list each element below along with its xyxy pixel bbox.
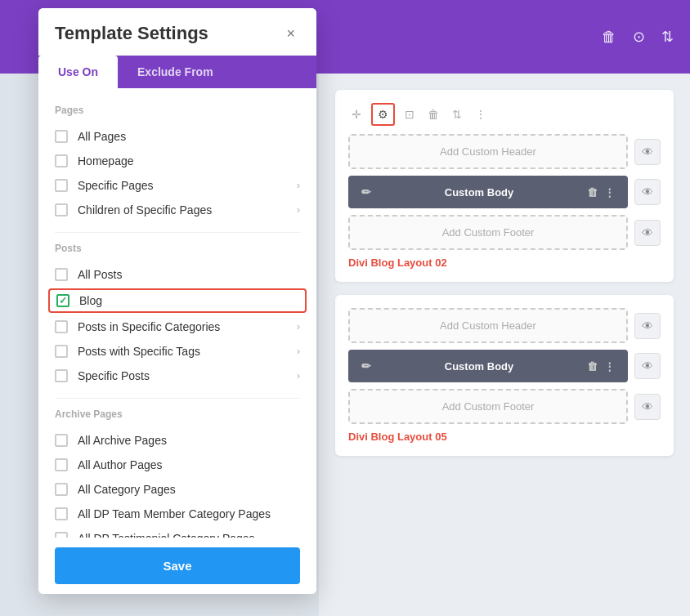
card-2-add-footer[interactable]: Add Custom Footer	[348, 389, 628, 424]
all-dp-team-checkbox[interactable]	[55, 507, 68, 520]
modal-content: Pages All Pages Homepage Specific Pages …	[38, 88, 316, 538]
history-icon[interactable]: ⊙	[633, 28, 645, 46]
card-2-body-row: ✏ Custom Body 🗑 ⋮ 👁	[348, 350, 661, 382]
checkbox-homepage[interactable]: Homepage	[55, 149, 300, 173]
card-gear-icon[interactable]: ⚙	[371, 103, 395, 126]
all-archive-label: All Archive Pages	[78, 434, 167, 447]
right-toolbar: 🗑 ⊙ ⇅	[319, 0, 690, 74]
save-button[interactable]: Save	[55, 547, 300, 584]
all-posts-label: All Posts	[78, 268, 122, 281]
divider-1	[55, 232, 300, 233]
checkbox-specific-posts[interactable]: Specific Posts ›	[55, 364, 300, 388]
blog-checkbox[interactable]: ✓	[56, 294, 69, 307]
homepage-label: Homepage	[78, 154, 134, 167]
card-2-body-area: ✏ Custom Body 🗑 ⋮	[348, 350, 628, 382]
all-archive-checkbox[interactable]	[55, 434, 68, 447]
template-card-2: Add Custom Header 👁 ✏ Custom Body 🗑 ⋮ 👁 …	[335, 295, 674, 456]
posts-with-tags-checkbox[interactable]	[55, 345, 68, 358]
card-2-body-label: Custom Body	[445, 360, 514, 373]
all-dp-testimonial-label: All DP Testimonial Category Pages	[78, 532, 255, 538]
all-author-label: All Author Pages	[78, 458, 163, 471]
specific-pages-label: Specific Pages	[78, 179, 154, 192]
checkbox-children-specific[interactable]: Children of Specific Pages ›	[55, 198, 300, 222]
all-author-checkbox[interactable]	[55, 458, 68, 471]
card-2-body-eye[interactable]: 👁	[634, 353, 661, 379]
checkbox-posts-with-tags[interactable]: Posts with Specific Tags ›	[55, 339, 300, 364]
card-2-add-header[interactable]: Add Custom Header	[348, 308, 628, 343]
card-2-title[interactable]: Divi Blog Layout 05	[348, 431, 661, 443]
checkbox-all-archive[interactable]: All Archive Pages	[55, 428, 300, 453]
all-category-checkbox[interactable]	[55, 483, 68, 496]
card-1-header-row: Add Custom Header 👁	[348, 134, 661, 169]
card-1-body-eye[interactable]: 👁	[634, 179, 661, 205]
template-card-1: ✛ ⚙ ⊡ 🗑 ⇅ ⋮ Add Custom Header 👁 ✏ Custom…	[335, 90, 674, 282]
delete-icon[interactable]: 🗑	[602, 29, 616, 46]
card-1-title[interactable]: Divi Blog Layout 02	[348, 257, 661, 269]
children-specific-label: Children of Specific Pages	[78, 203, 212, 216]
tab-exclude-from[interactable]: Exclude From	[118, 56, 233, 88]
card-1-header-eye[interactable]: 👁	[634, 139, 661, 165]
children-specific-checkbox[interactable]	[55, 203, 68, 216]
all-category-label: All Category Pages	[78, 483, 176, 496]
card-1-body-label: Custom Body	[445, 186, 514, 199]
right-content: ✛ ⚙ ⊡ 🗑 ⇅ ⋮ Add Custom Header 👁 ✏ Custom…	[319, 74, 690, 616]
posts-categories-chevron: ›	[297, 321, 300, 333]
specific-posts-chevron: ›	[297, 370, 300, 382]
card-1-body-row: ✏ Custom Body 🗑 ⋮ 👁	[348, 176, 661, 208]
blog-label: Blog	[79, 294, 102, 307]
homepage-checkbox[interactable]	[55, 154, 68, 167]
tab-use-on[interactable]: Use On	[38, 56, 118, 88]
posts-in-categories-checkbox[interactable]	[55, 320, 68, 333]
card-2-body-icons: 🗑 ⋮	[587, 360, 615, 373]
card-1-add-footer[interactable]: Add Custom Footer	[348, 215, 628, 250]
card-2-body-delete[interactable]: 🗑	[587, 360, 598, 373]
specific-pages-checkbox[interactable]	[55, 179, 68, 192]
pages-section-label: Pages	[55, 105, 300, 116]
card-move-icon[interactable]: ✛	[348, 106, 365, 123]
card-sort-icon[interactable]: ⇅	[449, 106, 465, 123]
card-duplicate-icon[interactable]: ⊡	[401, 106, 418, 123]
modal-footer: Save	[38, 538, 316, 594]
all-dp-team-label: All DP Team Member Category Pages	[78, 507, 271, 520]
posts-section-label: Posts	[55, 243, 300, 254]
divider-2	[55, 398, 300, 399]
settings-icon[interactable]: ⇅	[661, 28, 674, 46]
specific-posts-checkbox[interactable]	[55, 369, 68, 382]
card-1-body-area: ✏ Custom Body 🗑 ⋮	[348, 176, 628, 208]
blog-check-mark: ✓	[59, 295, 67, 306]
checkbox-all-dp-testimonial[interactable]: All DP Testimonial Category Pages	[55, 526, 300, 538]
card-2-body-more[interactable]: ⋮	[604, 360, 615, 373]
checkbox-blog[interactable]: ✓ Blog	[48, 288, 307, 313]
card-2-header-row: Add Custom Header 👁	[348, 308, 661, 343]
posts-tags-chevron: ›	[297, 346, 300, 357]
modal-close-button[interactable]: ×	[281, 24, 300, 44]
card-1-add-header[interactable]: Add Custom Header	[348, 134, 628, 169]
card-1-body-delete[interactable]: 🗑	[587, 186, 598, 199]
card-1-footer-eye[interactable]: 👁	[634, 220, 661, 246]
card-2-edit-icon[interactable]: ✏	[361, 359, 371, 373]
checkbox-all-dp-team[interactable]: All DP Team Member Category Pages	[55, 502, 300, 526]
card-2-footer-eye[interactable]: 👁	[634, 394, 661, 420]
all-pages-label: All Pages	[78, 130, 126, 143]
checkbox-all-pages[interactable]: All Pages	[55, 124, 300, 149]
posts-with-tags-label: Posts with Specific Tags	[78, 345, 200, 358]
card-delete-icon[interactable]: 🗑	[424, 106, 442, 123]
checkbox-all-category[interactable]: All Category Pages	[55, 477, 300, 502]
checkbox-all-posts[interactable]: All Posts	[55, 262, 300, 287]
modal-tabs: Use On Exclude From	[38, 56, 316, 88]
card-1-body-more[interactable]: ⋮	[604, 186, 615, 199]
all-pages-checkbox[interactable]	[55, 130, 68, 143]
specific-pages-chevron: ›	[297, 180, 300, 191]
card-1-footer-row: Add Custom Footer 👁	[348, 215, 661, 250]
archive-section-label: Archive Pages	[55, 408, 300, 420]
checkbox-all-author[interactable]: All Author Pages	[55, 453, 300, 477]
checkbox-posts-in-categories[interactable]: Posts in Specific Categories ›	[55, 315, 300, 339]
all-dp-testimonial-checkbox[interactable]	[55, 532, 68, 538]
card-1-edit-icon[interactable]: ✏	[361, 185, 371, 199]
card-more-icon[interactable]: ⋮	[472, 106, 490, 123]
checkbox-specific-pages[interactable]: Specific Pages ›	[55, 173, 300, 198]
specific-posts-label: Specific Posts	[78, 369, 150, 382]
card-2-footer-row: Add Custom Footer 👁	[348, 389, 661, 424]
all-posts-checkbox[interactable]	[55, 268, 68, 281]
card-2-header-eye[interactable]: 👁	[634, 313, 661, 339]
